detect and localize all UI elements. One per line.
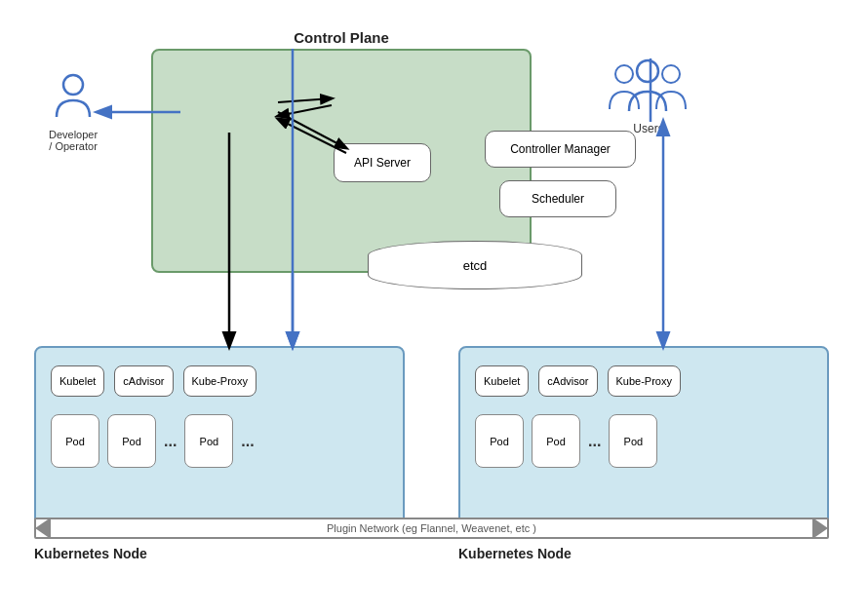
scheduler-label: Scheduler: [532, 192, 584, 206]
cadvisor-label-right: cAdvisor: [547, 375, 588, 387]
cadvisor-box-right: cAdvisor: [538, 365, 597, 397]
pod-label: Pod: [624, 436, 644, 447]
pod-3-left: Pod: [184, 414, 233, 468]
developer-figure: Developer / Operator: [49, 73, 98, 152]
kubernetes-node-label-left: Kubernetes Node: [34, 546, 147, 561]
api-server-box: API Server: [334, 143, 431, 182]
pod-label: Pod: [200, 436, 219, 447]
plugin-arrow-right: [812, 518, 828, 539]
pod-row-left: Pod Pod ... Pod ...: [51, 414, 255, 468]
svg-point-0: [63, 75, 83, 95]
cadvisor-box-left: cAdvisor: [114, 365, 173, 397]
controller-manager-label: Controller Manager: [510, 142, 611, 156]
pod-label: Pod: [546, 436, 566, 447]
developer-label: Developer / Operator: [49, 129, 98, 152]
pod-1-right: Pod: [475, 414, 524, 468]
plugin-network-label: Plugin Network (eg Flannel, Weavenet, et…: [327, 522, 536, 534]
node-right-top-row: Kubelet cAdvisor Kube-Proxy: [475, 365, 681, 397]
kubeproxy-box-right: Kube-Proxy: [608, 365, 681, 397]
pod-label: Pod: [490, 436, 509, 447]
kubelet-box-right: Kubelet: [475, 365, 529, 397]
plugin-arrow-left: [35, 518, 51, 539]
pod-label: Pod: [122, 436, 141, 447]
control-plane-label: Control Plane: [151, 29, 532, 46]
users-figure: Users: [605, 58, 692, 135]
api-server-label: API Server: [354, 156, 411, 170]
etcd-label: etcd: [463, 258, 488, 273]
pod-row-right: Pod Pod ... Pod: [475, 414, 657, 468]
kubeproxy-box-left: Kube-Proxy: [183, 365, 256, 397]
node-label-right: Kubernetes Node: [458, 546, 829, 561]
node-label-left: Kubernetes Node: [34, 546, 405, 561]
dots-mid-right: ...: [588, 433, 601, 450]
kubeproxy-label-right: Kube-Proxy: [616, 375, 672, 387]
kubeproxy-label-left: Kube-Proxy: [192, 375, 248, 387]
dots-end-left: ...: [241, 433, 254, 450]
svg-point-2: [662, 65, 680, 83]
kubelet-label-right: Kubelet: [484, 375, 520, 387]
control-plane-box: API Server Controller Manager Scheduler …: [151, 49, 532, 273]
kubelet-box-left: Kubelet: [51, 365, 104, 397]
svg-point-3: [637, 60, 658, 82]
etcd-box: etcd: [368, 241, 582, 289]
scheduler-box: Scheduler: [499, 180, 616, 217]
kubelet-label-left: Kubelet: [59, 375, 96, 387]
users-icon: [605, 58, 692, 117]
kubernetes-node-label-right: Kubernetes Node: [458, 546, 572, 561]
diagram-container: Control Plane API Server Controller Mana…: [0, 0, 868, 614]
node-box-right: Kubelet cAdvisor Kube-Proxy Pod Pod ... …: [458, 346, 829, 536]
developer-icon: [52, 73, 96, 122]
pod-2-left: Pod: [107, 414, 156, 468]
pod-2-right: Pod: [532, 414, 580, 468]
svg-point-1: [615, 65, 633, 83]
cadvisor-label-left: cAdvisor: [123, 375, 164, 387]
node-left-top-row: Kubelet cAdvisor Kube-Proxy: [51, 365, 256, 397]
pod-label: Pod: [65, 436, 85, 447]
pod-1-left: Pod: [51, 414, 99, 468]
pod-3-right: Pod: [609, 414, 657, 468]
dots-mid-left: ...: [164, 433, 177, 450]
plugin-network-container: Plugin Network (eg Flannel, Weavenet, et…: [34, 514, 829, 543]
controller-manager-box: Controller Manager: [485, 131, 636, 168]
plugin-network-arrow: Plugin Network (eg Flannel, Weavenet, et…: [34, 514, 829, 543]
plugin-network-line: Plugin Network (eg Flannel, Weavenet, et…: [34, 518, 829, 539]
node-box-left: Kubelet cAdvisor Kube-Proxy Pod Pod ... …: [34, 346, 405, 536]
users-label: Users: [605, 122, 692, 135]
